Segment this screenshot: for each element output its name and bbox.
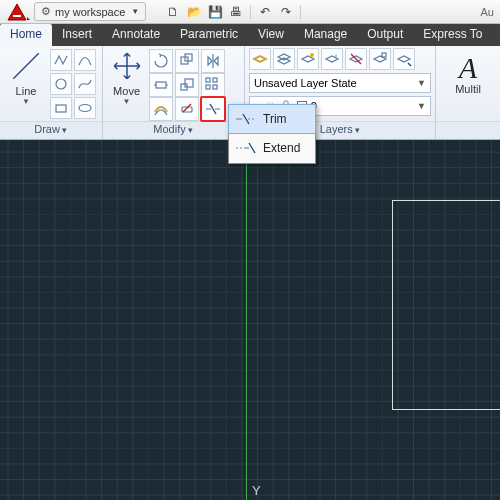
svg-rect-12 <box>213 85 217 89</box>
trim-extend-flyout: Trim Extend <box>228 104 316 164</box>
line-label: Line <box>16 85 37 97</box>
svg-line-0 <box>13 53 39 79</box>
text-icon: A <box>459 53 477 83</box>
stretch-button[interactable] <box>149 73 173 97</box>
ribbon-tabs: Home Insert Annotate Parametric View Man… <box>0 24 500 46</box>
polyline-button[interactable] <box>50 49 72 71</box>
separator <box>300 5 301 19</box>
multiline-text-button[interactable]: A Multil <box>440 49 496 95</box>
multiline-label: Multil <box>455 83 481 95</box>
tab-manage[interactable]: Manage <box>294 24 357 46</box>
panel-modify: Move ▼ Modify <box>103 46 245 139</box>
flyout-label: Trim <box>263 112 287 126</box>
tab-output[interactable]: Output <box>357 24 413 46</box>
layer-props-button[interactable] <box>249 48 271 70</box>
y-axis-line <box>246 140 247 500</box>
workspace-selector[interactable]: ⚙ my workspace ▼ <box>34 2 146 21</box>
print-icon[interactable]: 🖶 <box>227 3 245 21</box>
svg-point-1 <box>56 79 66 89</box>
spline-button[interactable] <box>74 73 96 95</box>
layer-freeze-button[interactable] <box>321 48 343 70</box>
svg-point-16 <box>310 53 314 57</box>
panel-draw: Line ▼ Draw <box>0 46 103 139</box>
chevron-down-icon: ▼ <box>417 78 426 88</box>
layer-lock-button[interactable] <box>369 48 391 70</box>
svg-rect-2 <box>56 105 66 112</box>
extend-icon <box>235 140 257 156</box>
copy-button[interactable] <box>175 49 199 73</box>
layer-match-button[interactable] <box>393 48 415 70</box>
open-icon[interactable]: 📂 <box>185 3 203 21</box>
flyout-item-extend[interactable]: Extend <box>229 133 315 163</box>
separator <box>250 5 251 19</box>
rotate-button[interactable] <box>149 49 173 73</box>
panel-title-modify[interactable]: Modify <box>103 121 244 139</box>
flyout-item-trim[interactable]: Trim <box>228 104 316 134</box>
tab-annotate[interactable]: Annotate <box>102 24 170 46</box>
svg-rect-18 <box>382 53 386 57</box>
move-label: Move <box>113 85 140 97</box>
line-icon <box>9 49 43 83</box>
panel-annotation: A Multil <box>436 46 500 139</box>
chevron-down-icon: ▼ <box>22 97 30 106</box>
array-button[interactable] <box>201 73 225 97</box>
layer-states-button[interactable] <box>273 48 295 70</box>
move-icon <box>110 49 144 83</box>
ellipse-button[interactable] <box>74 97 96 119</box>
quick-access-toolbar: 🗋 📂 💾 🖶 ↶ ↷ <box>164 3 303 21</box>
y-axis-label: Y <box>252 483 261 498</box>
layer-state-value: Unsaved Layer State <box>254 77 357 89</box>
drawing-canvas[interactable]: Y <box>0 140 500 500</box>
move-button[interactable]: Move ▼ <box>107 49 147 106</box>
chevron-down-icon: ▼ <box>123 97 131 106</box>
tab-insert[interactable]: Insert <box>52 24 102 46</box>
svg-rect-10 <box>213 78 217 82</box>
layer-off-button[interactable] <box>345 48 367 70</box>
svg-rect-9 <box>206 78 210 82</box>
svg-rect-8 <box>185 79 193 87</box>
layer-tool-row <box>249 48 415 70</box>
panel-title-annotation <box>436 121 500 139</box>
save-icon[interactable]: 💾 <box>206 3 224 21</box>
rectangle-button[interactable] <box>50 97 72 119</box>
circle-button[interactable] <box>50 73 72 95</box>
tab-parametric[interactable]: Parametric <box>170 24 248 46</box>
titlebar: ⚙ my workspace ▼ 🗋 📂 💾 🖶 ↶ ↷ Au <box>0 0 500 24</box>
layer-iso-button[interactable] <box>297 48 319 70</box>
chevron-down-icon: ▼ <box>417 101 426 111</box>
flyout-label: Extend <box>263 141 300 155</box>
offset-button[interactable] <box>149 97 173 121</box>
scale-button[interactable] <box>175 73 199 97</box>
tab-home[interactable]: Home <box>0 24 52 46</box>
modify-tools <box>149 49 225 119</box>
redo-icon[interactable]: ↷ <box>277 3 295 21</box>
trim-button[interactable] <box>201 97 225 121</box>
mirror-button[interactable] <box>201 49 225 73</box>
layer-state-select[interactable]: Unsaved Layer State ▼ <box>249 73 431 93</box>
app-title-suffix: Au <box>481 6 496 18</box>
trim-icon <box>235 111 257 127</box>
chevron-down-icon: ▼ <box>131 7 139 16</box>
gear-icon: ⚙ <box>41 5 51 18</box>
drawn-rectangle[interactable] <box>392 200 500 410</box>
tab-express-tools[interactable]: Express To <box>413 24 492 46</box>
undo-icon[interactable]: ↶ <box>256 3 274 21</box>
workspace-label: my workspace <box>55 6 125 18</box>
app-menu-button[interactable] <box>4 2 30 22</box>
line-button[interactable]: Line ▼ <box>4 49 48 106</box>
panel-title-draw[interactable]: Draw <box>0 121 102 139</box>
svg-rect-6 <box>156 82 166 88</box>
svg-point-3 <box>79 105 91 112</box>
arc-button[interactable] <box>74 49 96 71</box>
draw-tools <box>50 49 96 119</box>
svg-rect-11 <box>206 85 210 89</box>
erase-button[interactable] <box>175 97 199 121</box>
new-icon[interactable]: 🗋 <box>164 3 182 21</box>
tab-view[interactable]: View <box>248 24 294 46</box>
